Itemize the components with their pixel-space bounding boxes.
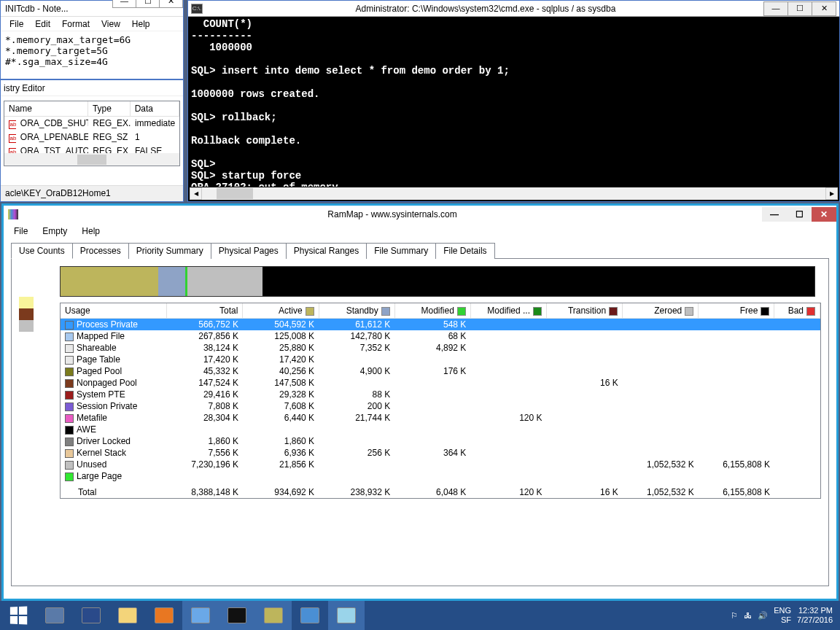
table-row[interactable]: Kernel Stack7,556 K6,936 K256 K364 K	[61, 447, 820, 459]
taskbar-process-explorer[interactable]	[292, 601, 328, 630]
minimize-button[interactable]: —	[762, 207, 787, 222]
tab-use-counts[interactable]: Use Counts	[11, 243, 73, 259]
tray-loc[interactable]: SF	[774, 615, 791, 625]
table-header[interactable]: UsageTotalActiveStandbyModifiedModified …	[61, 303, 820, 319]
tab-physical-ranges[interactable]: Physical Ranges	[286, 243, 367, 259]
row-swatch-icon	[65, 356, 74, 365]
rammap-title: RamMap - www.sysinternals.com	[23, 209, 762, 219]
table-row[interactable]: Process Private566,752 K504,592 K61,612 …	[61, 319, 820, 331]
regedit-col-name[interactable]: Name	[4, 101, 88, 116]
tab-file-summary[interactable]: File Summary	[366, 243, 436, 259]
col-usage[interactable]: Usage	[61, 303, 167, 319]
taskbar-rammap[interactable]	[255, 601, 292, 630]
scrollbar-thumb-icon[interactable]	[217, 188, 253, 199]
menu-file[interactable]: File	[7, 225, 35, 238]
table-row[interactable]: Driver Locked1,860 K1,860 K	[61, 435, 820, 447]
table-row[interactable]: AWE	[61, 424, 820, 435]
rammap-table-container: UsageTotalActiveStandbyModifiedModified …	[60, 303, 821, 499]
col-active[interactable]: Active	[243, 303, 319, 319]
minimize-button[interactable]: —	[763, 1, 788, 16]
taskbar-firefox[interactable]	[146, 601, 182, 630]
col-standby[interactable]: Standby	[319, 303, 394, 319]
col-bad[interactable]: Bad	[774, 303, 820, 319]
row-swatch-icon	[65, 472, 74, 481]
menu-help[interactable]: Help	[126, 18, 156, 31]
swatch-icon	[457, 307, 466, 316]
scroll-right-icon[interactable]: ▶	[825, 187, 838, 200]
regedit-col-data[interactable]: Data	[131, 101, 179, 116]
side-segment	[19, 297, 34, 308]
col-total[interactable]: Total	[167, 303, 243, 319]
close-icon: ✕	[168, 0, 174, 5]
rammap-titlebar[interactable]: RamMap - www.sysinternals.com — ☐ ✕	[4, 206, 836, 223]
tab-file-details[interactable]: File Details	[435, 243, 494, 259]
tray-time[interactable]: 12:32 PM	[797, 606, 833, 615]
tray-network-icon[interactable]: 🖧	[744, 611, 752, 620]
tray-lang[interactable]: ENG	[774, 606, 791, 615]
close-button[interactable]: ✕	[159, 0, 183, 8]
menu-edit[interactable]: Edit	[29, 18, 56, 31]
menu-file[interactable]: File	[4, 18, 29, 31]
cmd-hscroll[interactable]: ◀ ▶	[190, 187, 838, 200]
col-modified[interactable]: Modified	[394, 303, 470, 319]
regedit-row[interactable]: abORA_LPENABLEREG_SZ1	[4, 131, 179, 144]
tray-date[interactable]: 7/27/2016	[797, 615, 833, 625]
table-row-total[interactable]: Total8,388,148 K934,692 K238,932 K6,048 …	[61, 486, 820, 498]
col-free[interactable]: Free	[699, 303, 774, 319]
close-icon: ✕	[821, 4, 828, 12]
close-button[interactable]: ✕	[812, 207, 836, 222]
scroll-left-icon[interactable]: ◀	[190, 187, 202, 200]
menu-format[interactable]: Format	[56, 18, 96, 31]
side-segment	[19, 320, 34, 332]
table-row[interactable]: Large Page	[61, 470, 820, 482]
regedit-hscroll[interactable]	[4, 153, 179, 166]
cmd-title: Administrator: C:\Windows\system32\cmd.e…	[207, 4, 764, 14]
table-row[interactable]: Nonpaged Pool147,524 K147,508 K16 K	[61, 377, 820, 389]
rammap-table: UsageTotalActiveStandbyModifiedModified …	[61, 303, 820, 498]
table-row[interactable]: Mapped File267,856 K125,008 K142,780 K68…	[61, 330, 820, 342]
taskbar-notepad[interactable]	[328, 601, 365, 630]
table-row[interactable]: System PTE29,416 K29,328 K88 K	[61, 389, 820, 400]
tray-flag-icon[interactable]: ⚐	[731, 611, 738, 621]
taskbar-cmd[interactable]	[219, 601, 255, 630]
regedit-col-type[interactable]: Type	[88, 101, 131, 116]
table-row[interactable]: Session Private7,808 K7,608 K200 K	[61, 400, 820, 412]
cmd-titlebar[interactable]: C:\. Administrator: C:\Windows\system32\…	[188, 1, 839, 17]
table-row[interactable]: Unused7,230,196 K21,856 K1,052,532 K6,15…	[61, 459, 820, 470]
taskbar-powershell[interactable]	[73, 601, 109, 630]
system-tray[interactable]: ⚐ 🖧 🔊 ENGSF 12:32 PM7/27/2016	[731, 606, 840, 625]
scroll-track[interactable]	[202, 187, 825, 200]
tab-physical-pages[interactable]: Physical Pages	[211, 243, 287, 259]
col-modified-[interactable]: Modified ...	[470, 303, 546, 319]
table-row[interactable]: Shareable38,124 K25,880 K7,352 K4,892 K	[61, 342, 820, 354]
regedit-row[interactable]: abORA_CDB_SHUT...REG_EX...immediate	[4, 117, 179, 131]
maximize-icon: ☐	[796, 4, 804, 12]
col-transition[interactable]: Transition	[547, 303, 623, 319]
notepad-content[interactable]: *.memory_max_target=6G *.memory_target=5…	[1, 31, 183, 70]
maximize-button[interactable]: ☐	[787, 207, 812, 222]
tab-processes[interactable]: Processes	[72, 243, 129, 259]
scrollbar-thumb-icon[interactable]	[77, 155, 106, 165]
menu-empty[interactable]: Empty	[35, 225, 74, 238]
close-button[interactable]: ✕	[812, 1, 836, 16]
table-row[interactable]: Metafile28,304 K6,440 K21,744 K120 K	[61, 412, 820, 424]
taskbar-server-manager[interactable]	[36, 601, 73, 630]
start-button[interactable]	[0, 601, 36, 630]
maximize-button[interactable]: ☐	[136, 0, 160, 8]
notepad-titlebar[interactable]: INITcdb - Note... — ☐ ✕	[1, 1, 183, 17]
rammap-window: RamMap - www.sysinternals.com — ☐ ✕ File…	[1, 203, 839, 601]
table-row[interactable]: Page Table17,420 K17,420 K	[61, 354, 820, 365]
taskbar-windows-explorer[interactable]	[182, 601, 219, 630]
tab-priority-summary[interactable]: Priority Summary	[128, 243, 211, 259]
menu-view[interactable]: View	[96, 18, 126, 31]
row-swatch-icon	[65, 368, 74, 376]
table-row[interactable]: Paged Pool45,332 K40,256 K4,900 K176 K	[61, 365, 820, 377]
tray-sound-icon[interactable]: 🔊	[758, 611, 768, 621]
minimize-button[interactable]: —	[112, 0, 136, 8]
col-zeroed[interactable]: Zeroed	[623, 303, 699, 319]
menu-help[interactable]: Help	[74, 225, 107, 238]
maximize-button[interactable]: ☐	[788, 1, 812, 16]
taskbar-explorer[interactable]	[109, 601, 146, 630]
cmd-terminal[interactable]: COUNT(*) ---------- 1000000 SQL> insert …	[190, 17, 838, 187]
regedit-titlebar[interactable]: istry Editor	[1, 80, 183, 96]
